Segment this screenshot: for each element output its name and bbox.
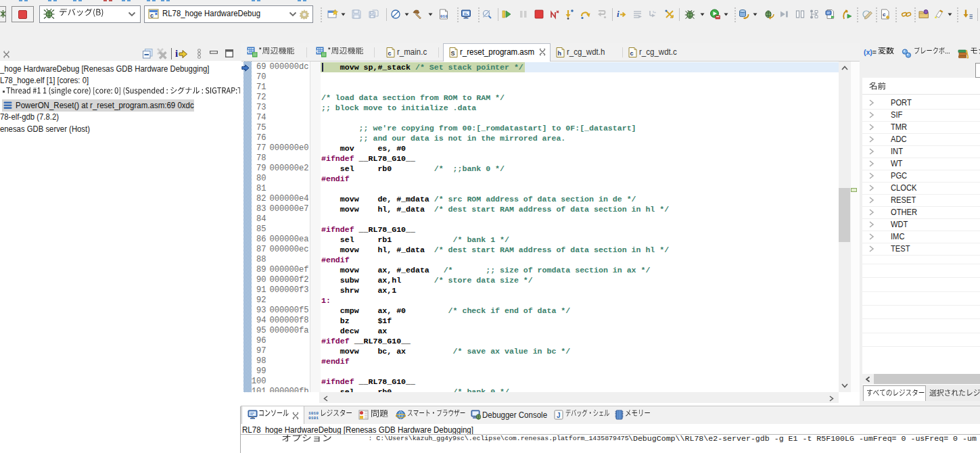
svg-text:S: S xyxy=(451,50,455,57)
svg-text:i: i xyxy=(175,48,178,59)
svg-text:c: c xyxy=(883,11,886,18)
svg-text:c: c xyxy=(630,50,634,57)
svg-text:i: i xyxy=(617,9,620,19)
svg-text:c: c xyxy=(150,12,154,19)
svg-text:h: h xyxy=(558,50,562,57)
svg-text:0101: 0101 xyxy=(308,416,319,420)
svg-text:c: c xyxy=(388,50,392,57)
svg-text:1010: 1010 xyxy=(308,411,319,416)
svg-text:J: J xyxy=(557,412,561,419)
svg-text:010: 010 xyxy=(440,14,448,19)
